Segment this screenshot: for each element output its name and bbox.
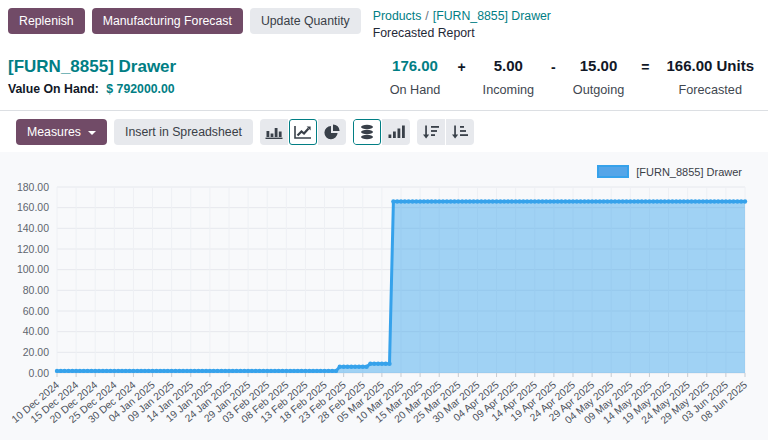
operator-minus: -	[551, 59, 556, 75]
breadcrumb-record-link[interactable]: [FURN_8855] Drawer	[433, 9, 551, 23]
line-chart-button[interactable]	[289, 119, 317, 145]
chart-legend[interactable]: [FURN_8855] Drawer	[597, 165, 742, 178]
product-summary: [FURN_8855] Drawer Value On Hand: $ 7920…	[8, 58, 176, 97]
dropdown-caret-icon	[88, 131, 96, 135]
cumulative-button[interactable]	[382, 119, 410, 145]
incoming-label: Incoming	[483, 83, 534, 97]
forecast-metrics: 176.00 On Hand + 5.00 Incoming - 15.00 O…	[390, 58, 754, 98]
incoming-value: 5.00	[494, 58, 523, 75]
y-axis-label: 0.00	[29, 367, 50, 379]
y-axis-label: 120.00	[17, 243, 49, 255]
insert-in-spreadsheet-button[interactable]: Insert in Spreadsheet	[114, 119, 253, 145]
value-on-hand-label: Value On Hand:	[8, 82, 99, 96]
chart-area: [FURN_8855] Drawer 0.0020.0040.0060.0080…	[0, 152, 768, 440]
forecasted-label: Forecasted	[678, 83, 741, 97]
metric-forecasted: 166.00 Units Forecasted	[666, 58, 754, 98]
pie-chart-icon	[322, 124, 342, 140]
value-on-hand: Value On Hand: $ 792000.00	[8, 82, 176, 96]
graph-mode-switcher	[353, 119, 410, 145]
y-axis-label: 40.00	[23, 325, 49, 337]
y-axis-label: 60.00	[23, 305, 49, 317]
sort-ascending-icon	[450, 124, 470, 140]
update-quantity-button[interactable]: Update Quantity	[250, 8, 361, 34]
pie-chart-button[interactable]	[318, 119, 346, 145]
area-fill	[57, 202, 745, 374]
manufacturing-forecast-button[interactable]: Manufacturing Forecast	[92, 8, 243, 34]
sort-descending-icon	[421, 124, 441, 140]
forecasted-value: 166.00 Units	[666, 58, 754, 75]
sort-switcher	[417, 119, 474, 145]
breadcrumb-separator: /	[425, 9, 428, 23]
graph-toolbar: Measures Insert in Spreadsheet	[16, 119, 768, 145]
sort-descending-button[interactable]	[417, 119, 445, 145]
breadcrumb-top-line: Products/[FURN_8855] Drawer	[373, 9, 551, 24]
replenish-button[interactable]: Replenish	[8, 8, 85, 34]
cumulative-icon	[386, 124, 406, 140]
breadcrumb: Products/[FURN_8855] Drawer Forecasted R…	[373, 8, 551, 41]
y-axis-label: 80.00	[23, 284, 49, 296]
outgoing-value: 15.00	[580, 58, 618, 75]
on-hand-label: On Hand	[390, 83, 441, 97]
outgoing-label: Outgoing	[573, 83, 625, 97]
bar-chart-button[interactable]	[260, 119, 288, 145]
measures-label: Measures	[27, 125, 81, 139]
y-axis-label: 20.00	[23, 346, 49, 358]
chart-type-switcher	[260, 119, 346, 145]
control-panel: Replenish Manufacturing Forecast Update …	[0, 0, 768, 41]
metric-on-hand: 176.00 On Hand	[390, 58, 441, 98]
on-hand-value: 176.00	[392, 58, 438, 75]
report-header: [FURN_8855] Drawer Value On Hand: $ 7920…	[0, 41, 768, 98]
stacked-button[interactable]	[353, 119, 381, 145]
stacked-icon	[357, 124, 377, 140]
page-title: [FURN_8855] Drawer	[8, 58, 176, 77]
header-divider	[0, 110, 768, 111]
operator-plus: +	[457, 59, 465, 75]
operator-equals: =	[641, 59, 649, 75]
y-axis-label: 100.00	[17, 263, 49, 275]
legend-swatch	[597, 165, 629, 178]
forecast-chart[interactable]: 0.0020.0040.0060.0080.00100.00120.00140.…	[0, 152, 768, 440]
value-on-hand-amount: $ 792000.00	[106, 82, 174, 96]
metric-outgoing: 15.00 Outgoing	[573, 58, 625, 98]
measures-button[interactable]: Measures	[16, 119, 107, 145]
bar-chart-icon	[264, 124, 284, 140]
y-axis-label: 160.00	[17, 201, 49, 213]
y-axis-label: 140.00	[17, 222, 49, 234]
breadcrumb-products-link[interactable]: Products	[373, 9, 422, 23]
sort-ascending-button[interactable]	[446, 119, 474, 145]
breadcrumb-current: Forecasted Report	[373, 26, 551, 41]
metric-incoming: 5.00 Incoming	[483, 58, 534, 98]
line-chart-icon	[293, 124, 313, 140]
legend-label: [FURN_8855] Drawer	[636, 166, 742, 178]
y-axis-label: 180.00	[17, 181, 49, 193]
